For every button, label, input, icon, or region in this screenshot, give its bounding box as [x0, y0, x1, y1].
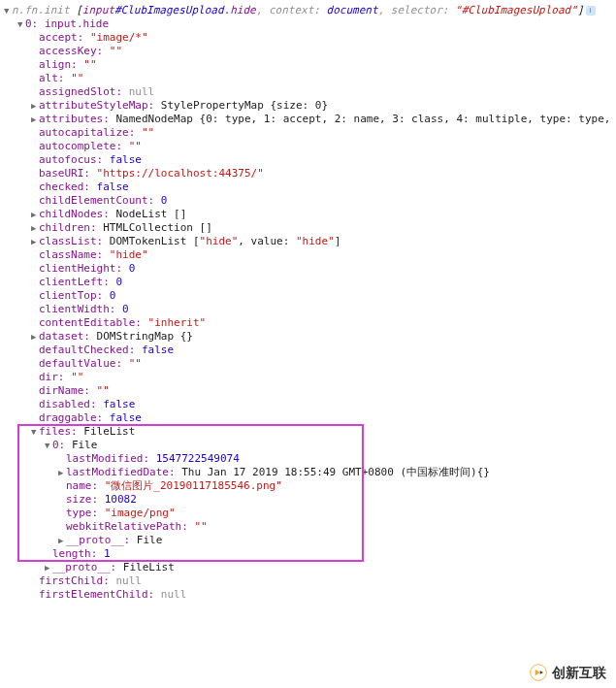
prop-row[interactable]: ▶children: HTMLCollection [] [4, 221, 616, 235]
expand-arrow-icon[interactable]: ▶ [31, 221, 39, 235]
prop-row[interactable]: ▶checked: false [4, 180, 616, 194]
file-prop[interactable]: ▶type: "image/png" [4, 507, 616, 520]
file-prop[interactable]: ▶lastModifiedDate: Thu Jan 17 2019 18:55… [4, 466, 616, 479]
object-tree: ▼n.fn.init [input#ClubImagesUpload.hide,… [4, 4, 616, 602]
expand-arrow-icon[interactable]: ▶ [31, 99, 39, 113]
prop-row[interactable]: ▶baseURI: "https://localhost:44375/" [4, 167, 616, 180]
expand-arrow-icon[interactable]: ▶ [31, 113, 39, 126]
prop-row[interactable]: ▶className: "hide" [4, 248, 616, 262]
prop-row[interactable]: ▶align: "" [4, 58, 616, 72]
prop-row[interactable]: ▶attributes: NamedNodeMap {0: type, 1: a… [4, 113, 616, 126]
expand-arrow-icon[interactable]: ▼ [17, 17, 25, 31]
expand-arrow-icon[interactable]: ▶ [45, 561, 52, 574]
prop-row[interactable]: ▶autocomplete: "" [4, 140, 616, 153]
prop-row[interactable]: ▶clientWidth: 0 [4, 303, 616, 316]
file-prop[interactable]: ▶name: "微信图片_20190117185546.png" [4, 479, 616, 493]
root-object[interactable]: ▼n.fn.init [input#ClubImagesUpload.hide,… [4, 4, 616, 17]
file-prop[interactable]: ▶size: 10082 [4, 493, 616, 507]
expand-arrow-icon[interactable]: ▼ [4, 4, 12, 17]
prop-row[interactable]: ▶clientLeft: 0 [4, 276, 616, 289]
prop-row[interactable]: ▶dataset: DOMStringMap {} [4, 330, 616, 344]
element-input[interactable]: ▼0: input.hide [4, 17, 616, 31]
prop-row[interactable]: ▶draggable: false [4, 411, 616, 425]
prop-row[interactable]: ▶dirName: "" [4, 384, 616, 398]
expand-arrow-icon[interactable]: ▼ [45, 439, 52, 452]
prop-row[interactable]: ▶dir: "" [4, 371, 616, 384]
file-proto[interactable]: ▶__proto__: File [4, 534, 616, 547]
info-badge-icon[interactable]: i [586, 6, 596, 16]
proto-row[interactable]: ▶__proto__: FileList [4, 561, 616, 574]
prop-row[interactable]: ▶disabled: false [4, 398, 616, 411]
prop-row[interactable]: ▶defaultValue: "" [4, 357, 616, 371]
prop-row[interactable]: ▶firstElementChild: null [4, 588, 616, 602]
prop-row[interactable]: ▶classList: DOMTokenList ["hide", value:… [4, 235, 616, 248]
prop-row[interactable]: ▶childNodes: NodeList [] [4, 208, 616, 221]
prop-row[interactable]: ▶clientTop: 0 [4, 289, 616, 303]
prop-row[interactable]: ▶accept: "image/*" [4, 31, 616, 45]
expand-arrow-icon[interactable]: ▶ [31, 330, 39, 344]
file-entry[interactable]: ▼0: File [4, 439, 616, 452]
prop-row[interactable]: ▶alt: "" [4, 72, 616, 85]
file-prop[interactable]: ▶lastModified: 1547722549074 [4, 452, 616, 466]
prop-row[interactable]: ▶contentEditable: "inherit" [4, 316, 616, 330]
expand-arrow-icon[interactable]: ▶ [31, 208, 39, 221]
expand-arrow-icon[interactable]: ▶ [31, 235, 39, 248]
expand-arrow-icon[interactable]: ▼ [31, 425, 39, 439]
expand-arrow-icon[interactable]: ▶ [58, 466, 66, 479]
prop-row[interactable]: ▶assignedSlot: null [4, 85, 616, 99]
prop-row[interactable]: ▶attributeStyleMap: StylePropertyMap {si… [4, 99, 616, 113]
prop-row[interactable]: ▶clientHeight: 0 [4, 262, 616, 276]
prop-row[interactable]: ▶defaultChecked: false [4, 344, 616, 357]
prop-row[interactable]: ▶autofocus: false [4, 153, 616, 167]
expand-arrow-icon[interactable]: ▶ [58, 534, 66, 547]
prop-row[interactable]: ▶autocapitalize: "" [4, 126, 616, 140]
file-prop[interactable]: ▶webkitRelativePath: "" [4, 520, 616, 534]
prop-files[interactable]: ▼files: FileList [4, 425, 616, 439]
file-prop[interactable]: ▶length: 1 [4, 547, 616, 561]
prop-row[interactable]: ▶childElementCount: 0 [4, 194, 616, 208]
prop-row[interactable]: ▶accessKey: "" [4, 45, 616, 58]
prop-row[interactable]: ▶firstChild: null [4, 574, 616, 588]
